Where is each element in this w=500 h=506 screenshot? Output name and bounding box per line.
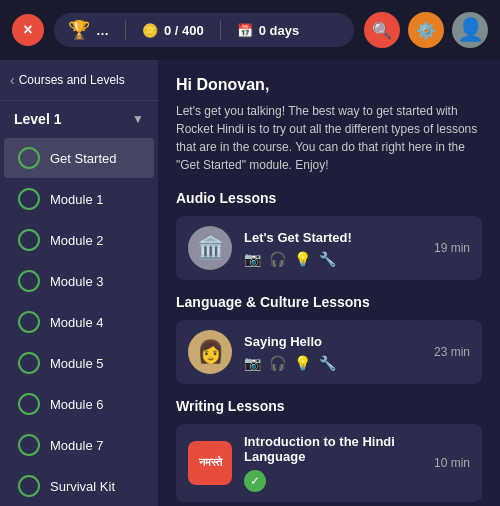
circle-icon-module-4 — [18, 311, 40, 333]
lesson-info-lets-get-started: Let's Get Started! 📷 🎧 💡 🔧 — [244, 230, 422, 267]
lesson-info-saying-hello: Saying Hello 📷 🎧 💡 🔧 — [244, 334, 422, 371]
circle-icon-module-5 — [18, 352, 40, 374]
sidebar-item-module-6[interactable]: Module 6 — [4, 384, 154, 424]
circle-icon-get-started — [18, 147, 40, 169]
main-layout: ‹ Courses and Levels Level 1 ▼ Get Start… — [0, 60, 500, 506]
lesson-icons-lets-get-started: 📷 🎧 💡 🔧 — [244, 251, 422, 267]
namaste-text: नमस्ते — [197, 454, 224, 471]
sidebar-item-module-5[interactable]: Module 5 — [4, 343, 154, 383]
streak-item: 🏆 … — [68, 19, 109, 41]
coins-count: 0 / 400 — [164, 23, 204, 38]
bulb-icon: 💡 — [294, 251, 311, 267]
completed-checkmark: ✓ — [244, 470, 266, 492]
lesson-info-intro-hindi: Introduction to the Hindi Language ✓ — [244, 434, 422, 492]
lesson-title-intro-hindi: Introduction to the Hindi Language — [244, 434, 422, 464]
writing-lessons-title: Writing Lessons — [176, 398, 482, 414]
circle-icon-module-3 — [18, 270, 40, 292]
search-button[interactable]: 🔍 — [364, 12, 400, 48]
taj-icon: 🏛️ — [197, 235, 224, 261]
coins-icon: 🪙 — [142, 23, 158, 38]
intro-text: Let's get you talking! The best way to g… — [176, 102, 482, 174]
circle-icon-module-7 — [18, 434, 40, 456]
bulb-icon-2: 💡 — [294, 355, 311, 371]
level-label: Level 1 — [14, 111, 61, 127]
level-header: Level 1 ▼ — [0, 101, 158, 137]
audio-lessons-section: Audio Lessons 🏛️ Let's Get Started! 📷 🎧 … — [176, 190, 482, 280]
sidebar-item-module-3[interactable]: Module 3 — [4, 261, 154, 301]
sidebar-item-module-1[interactable]: Module 1 — [4, 179, 154, 219]
audio-lessons-title: Audio Lessons — [176, 190, 482, 206]
sidebar-item-module-4[interactable]: Module 4 — [4, 302, 154, 342]
lesson-card-saying-hello[interactable]: 👩 Saying Hello 📷 🎧 💡 🔧 23 min — [176, 320, 482, 384]
lesson-thumbnail-lady: 👩 — [188, 330, 232, 374]
lesson-title-saying-hello: Saying Hello — [244, 334, 422, 349]
sidebar-item-label-module-2: Module 2 — [50, 233, 103, 248]
lesson-duration-lets-get-started: 19 min — [434, 241, 470, 255]
language-culture-section: Language & Culture Lessons 👩 Saying Hell… — [176, 294, 482, 384]
nav-center: 🏆 … 🪙 0 / 400 📅 0 days — [54, 13, 354, 47]
lesson-card-lets-get-started[interactable]: 🏛️ Let's Get Started! 📷 🎧 💡 🔧 19 min — [176, 216, 482, 280]
circle-icon-survival-kit — [18, 475, 40, 497]
writing-lessons-section: Writing Lessons नमस्ते Introduction to t… — [176, 398, 482, 502]
headphones-icon: 🎧 — [269, 251, 286, 267]
chevron-down-icon: ▼ — [132, 112, 144, 126]
settings-button[interactable]: ⚙️ — [408, 12, 444, 48]
nav-divider-2 — [220, 20, 221, 40]
days-count: 0 days — [259, 23, 299, 38]
lesson-icons-intro-hindi: ✓ — [244, 470, 422, 492]
lesson-thumbnail-namaste: नमस्ते — [188, 441, 232, 485]
sidebar-items-list: Get Started Module 1 Module 2 Module 3 M… — [0, 137, 158, 506]
circle-icon-module-6 — [18, 393, 40, 415]
circle-icon-module-1 — [18, 188, 40, 210]
lesson-thumbnail-taj: 🏛️ — [188, 226, 232, 270]
back-to-courses[interactable]: ‹ Courses and Levels — [0, 60, 158, 101]
main-content: Hi Donovan, Let's get you talking! The b… — [158, 60, 500, 506]
back-label: Courses and Levels — [19, 73, 125, 87]
days-item: 📅 0 days — [237, 23, 299, 38]
avatar-button[interactable]: 👤 — [452, 12, 488, 48]
lesson-card-intro-hindi[interactable]: नमस्ते Introduction to the Hindi Languag… — [176, 424, 482, 502]
lesson-duration-intro-hindi: 10 min — [434, 456, 470, 470]
wrench-icon-2: 🔧 — [319, 355, 336, 371]
sidebar-item-survival-kit[interactable]: Survival Kit — [4, 466, 154, 506]
sidebar-item-label-module-1: Module 1 — [50, 192, 103, 207]
circle-icon-module-2 — [18, 229, 40, 251]
coins-item: 🪙 0 / 400 — [142, 23, 204, 38]
greeting: Hi Donovan, — [176, 76, 482, 94]
camera-icon-2: 📷 — [244, 355, 261, 371]
sidebar-item-module-2[interactable]: Module 2 — [4, 220, 154, 260]
sidebar-item-label-module-5: Module 5 — [50, 356, 103, 371]
sidebar-item-label-module-3: Module 3 — [50, 274, 103, 289]
wrench-icon: 🔧 — [319, 251, 336, 267]
lesson-title-lets-get-started: Let's Get Started! — [244, 230, 422, 245]
lesson-duration-saying-hello: 23 min — [434, 345, 470, 359]
sidebar-item-label-get-started: Get Started — [50, 151, 116, 166]
lady-icon: 👩 — [197, 339, 224, 365]
nav-divider-1 — [125, 20, 126, 40]
sidebar-item-label-module-6: Module 6 — [50, 397, 103, 412]
top-nav: × 🏆 … 🪙 0 / 400 📅 0 days 🔍 ⚙️ 👤 — [0, 0, 500, 60]
calendar-icon: 📅 — [237, 23, 253, 38]
sidebar-item-label-survival-kit: Survival Kit — [50, 479, 115, 494]
sidebar-item-label-module-4: Module 4 — [50, 315, 103, 330]
sidebar-item-module-7[interactable]: Module 7 — [4, 425, 154, 465]
headphones-icon-2: 🎧 — [269, 355, 286, 371]
trophy-icon: 🏆 — [68, 19, 90, 41]
close-button[interactable]: × — [12, 14, 44, 46]
avatar-icon: 👤 — [457, 17, 484, 43]
language-culture-title: Language & Culture Lessons — [176, 294, 482, 310]
streak-dots: … — [96, 23, 109, 38]
sidebar: ‹ Courses and Levels Level 1 ▼ Get Start… — [0, 60, 158, 506]
search-icon: 🔍 — [372, 21, 392, 40]
camera-icon: 📷 — [244, 251, 261, 267]
sidebar-item-label-module-7: Module 7 — [50, 438, 103, 453]
settings-icon: ⚙️ — [416, 21, 436, 40]
sidebar-item-get-started[interactable]: Get Started — [4, 138, 154, 178]
nav-actions: 🔍 ⚙️ 👤 — [364, 12, 488, 48]
lesson-icons-saying-hello: 📷 🎧 💡 🔧 — [244, 355, 422, 371]
